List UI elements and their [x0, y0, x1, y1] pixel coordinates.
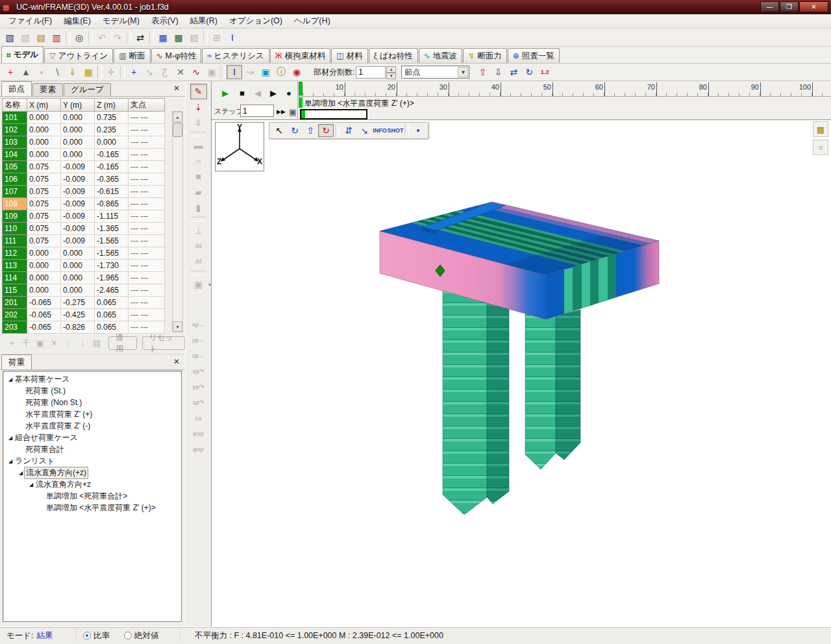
table-row[interactable]: 201-0.065-0.2750.065--- ---: [3, 297, 165, 309]
table-row[interactable]: 1040.0000.000-0.165--- ---: [3, 149, 165, 161]
save-file-icon[interactable]: ▥: [49, 31, 64, 45]
add-support-icon[interactable]: ▲: [18, 65, 34, 79]
cell-z[interactable]: -1.365: [95, 223, 129, 235]
cell-name[interactable]: 115: [3, 284, 27, 297]
cell-y[interactable]: 0.000: [61, 247, 95, 260]
tree-item[interactable]: 単調増加 <死荷重合計>: [3, 490, 181, 502]
table-row[interactable]: 1120.0000.000-1.565--- ---: [3, 247, 165, 260]
division-count-stepper[interactable]: ▲▼: [386, 66, 396, 79]
cell-z[interactable]: 0.000: [95, 136, 129, 149]
cell-x[interactable]: 0.075: [27, 173, 61, 186]
cell-support[interactable]: --- ---: [129, 112, 165, 124]
cell-name[interactable]: 109: [3, 210, 27, 223]
table-row[interactable]: 1030.0000.0000.000--- ---: [3, 136, 165, 149]
division-count-input[interactable]: [356, 66, 386, 79]
elevation-icon[interactable]: ⇧: [303, 124, 318, 137]
menu-edit[interactable]: 編集(E): [58, 14, 97, 28]
cell-support[interactable]: --- ---: [129, 136, 165, 149]
tab-material[interactable]: ◫材料: [331, 48, 367, 63]
cell-x[interactable]: 0.000: [27, 112, 61, 124]
add-load-icon[interactable]: ⇓: [65, 65, 81, 79]
table-row[interactable]: 1070.075-0.009-0.615--- ---: [3, 186, 165, 198]
import-up-icon[interactable]: ⇧: [475, 65, 490, 79]
cell-y[interactable]: -0.009: [61, 198, 95, 210]
load-table-icon[interactable]: ▦: [81, 65, 96, 79]
cell-x[interactable]: 0.075: [27, 198, 61, 210]
cell-x[interactable]: 0.000: [27, 124, 61, 136]
cell-y[interactable]: -0.009: [61, 186, 95, 198]
apply-button[interactable]: 適用: [108, 336, 137, 350]
cell-x[interactable]: 0.000: [27, 149, 61, 161]
table-row[interactable]: 1110.075-0.009-1.565--- ---: [3, 235, 165, 247]
cell-z[interactable]: -0.365: [95, 173, 129, 186]
scroll-up-icon[interactable]: ▲: [173, 112, 182, 122]
tree-expand-icon[interactable]: ◢: [28, 482, 34, 488]
cell-y[interactable]: -0.826: [61, 321, 95, 334]
tab-load[interactable]: 荷重: [1, 354, 32, 369]
close-icon[interactable]: ✕: [172, 357, 181, 366]
cell-name[interactable]: 105: [3, 161, 27, 173]
cell-z[interactable]: -1.565: [95, 235, 129, 247]
add-member-icon[interactable]: ∖: [49, 65, 65, 79]
step-input[interactable]: [240, 105, 274, 117]
cell-y[interactable]: -0.009: [61, 223, 95, 235]
tree-item[interactable]: ◢流水直角方向(+z): [3, 467, 181, 478]
cell-support[interactable]: --- ---: [129, 173, 165, 186]
table-row[interactable]: 202-0.065-0.4250.065--- ---: [3, 309, 165, 321]
step-ruler[interactable]: 102030405060708090100: [298, 81, 831, 97]
info-shot-icon[interactable]: INFO: [372, 124, 388, 137]
menu-option[interactable]: オプション(O): [223, 14, 288, 28]
cell-name[interactable]: 101: [3, 112, 27, 124]
step-forward-button[interactable]: ▶: [266, 86, 280, 99]
load-arrow-icon[interactable]: ⇣: [190, 99, 207, 115]
refresh-icon[interactable]: ↻: [521, 65, 537, 79]
cell-name[interactable]: 112: [3, 247, 27, 260]
cell-support[interactable]: --- ---: [129, 235, 165, 247]
cell-name[interactable]: 203: [3, 321, 27, 334]
table-row[interactable]: 1010.0000.0000.735--- ---: [3, 112, 165, 124]
tab-m-phi[interactable]: ∿M-φ特性: [151, 48, 202, 63]
table-row[interactable]: 203-0.065-0.8260.065--- ---: [3, 321, 165, 334]
tree-item[interactable]: ◢組合せ荷重ケース: [3, 432, 181, 443]
tree-item[interactable]: 死荷重合計: [3, 443, 181, 455]
transfer-icon[interactable]: ⇄: [506, 65, 521, 79]
rotate-free-icon[interactable]: ↻: [318, 124, 334, 137]
print-preview-icon[interactable]: ◎: [71, 31, 87, 45]
cell-y[interactable]: 0.000: [61, 149, 95, 161]
cell-z[interactable]: -0.615: [95, 186, 129, 198]
cell-name[interactable]: 104: [3, 149, 27, 161]
column-header[interactable]: Z (m): [95, 99, 129, 112]
cell-z[interactable]: -1.965: [95, 272, 129, 284]
cell-y[interactable]: -0.009: [61, 173, 95, 186]
add-node-icon[interactable]: +: [3, 65, 18, 79]
toggle-arrows-icon[interactable]: ⇄: [132, 31, 148, 45]
renumber-icon[interactable]: 1.2: [537, 65, 552, 79]
tree-item[interactable]: 単調増加 <水平震度荷重 Z' (+)>: [3, 502, 181, 514]
cell-y[interactable]: 0.000: [61, 124, 95, 136]
report-edit-icon[interactable]: ▦: [155, 31, 171, 45]
delete-member-icon[interactable]: ✕: [173, 65, 188, 79]
cell-x[interactable]: -0.065: [27, 297, 61, 309]
export-down-icon[interactable]: ⇩: [490, 65, 506, 79]
tab-model[interactable]: ⌗モデル: [1, 46, 43, 63]
tree-expand-icon[interactable]: ◢: [7, 435, 14, 441]
tab-check-list[interactable]: ⊕照査一覧: [508, 48, 560, 63]
tab-seismic-wave[interactable]: ∿地震波: [419, 48, 463, 63]
cell-x[interactable]: -0.065: [27, 321, 61, 334]
scroll-thumb[interactable]: [173, 123, 182, 137]
ratio-radio[interactable]: [83, 632, 91, 639]
cell-x[interactable]: 0.075: [27, 223, 61, 235]
close-button[interactable]: ✕: [799, 1, 828, 12]
cell-y[interactable]: -0.425: [61, 309, 95, 321]
move-vertex-icon[interactable]: ⇵: [341, 124, 356, 137]
table-row[interactable]: 1090.075-0.009-1.115--- ---: [3, 210, 165, 223]
select-arrow-icon[interactable]: ↖: [271, 124, 287, 137]
cell-x[interactable]: 0.075: [27, 186, 61, 198]
angle-view-icon[interactable]: ◉: [289, 65, 304, 79]
cell-name[interactable]: 107: [3, 186, 27, 198]
section-i-beam-icon[interactable]: Ι: [227, 65, 242, 79]
cell-z[interactable]: 0.235: [95, 124, 129, 136]
cell-x[interactable]: 0.075: [27, 210, 61, 223]
column-header[interactable]: X (m): [27, 99, 61, 112]
pick-node-icon[interactable]: ↘: [356, 124, 372, 137]
